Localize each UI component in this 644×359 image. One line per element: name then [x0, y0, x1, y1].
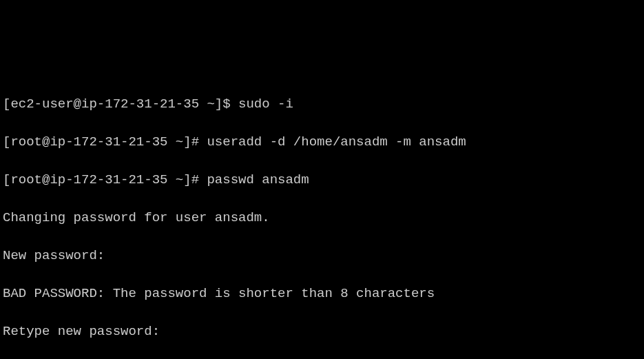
terminal-window[interactable]: [ec2-user@ip-172-31-21-35 ~]$ sudo -i [r… — [0, 76, 644, 359]
terminal-line: Changing password for user ansadm. — [3, 209, 641, 228]
terminal-line: [root@ip-172-31-21-35 ~]# useradd -d /ho… — [3, 133, 641, 152]
terminal-line: BAD PASSWORD: The password is shorter th… — [3, 285, 641, 304]
terminal-line: New password: — [3, 247, 641, 266]
terminal-line: Retype new password: — [3, 322, 641, 342]
terminal-line: [ec2-user@ip-172-31-21-35 ~]$ sudo -i — [3, 95, 641, 114]
terminal-line: [root@ip-172-31-21-35 ~]# passwd ansadm — [3, 171, 641, 190]
